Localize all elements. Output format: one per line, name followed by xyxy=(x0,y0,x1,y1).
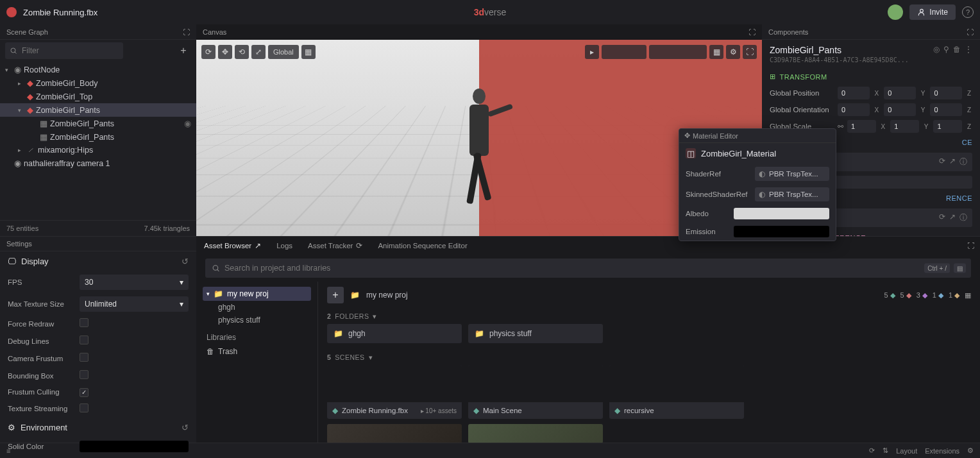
scale-x-input[interactable] xyxy=(847,120,876,133)
more-icon[interactable]: ⋮ xyxy=(965,45,972,54)
orient-x-input[interactable] xyxy=(838,103,870,116)
status-icon[interactable]: ≡ xyxy=(6,447,10,455)
refresh-button[interactable]: ⟳ xyxy=(201,45,215,59)
tree-node-camera[interactable]: ◉nathalieraffray camera 1 xyxy=(0,157,196,170)
refresh-icon[interactable]: ⟳ xyxy=(939,212,945,223)
tab-asset-tracker[interactable]: Asset Tracker⟳ xyxy=(305,239,365,252)
scene-card[interactable] xyxy=(327,424,462,443)
eye-icon[interactable]: ◉ xyxy=(14,65,21,74)
rotate-button[interactable]: ⟲ xyxy=(235,45,249,59)
pin-icon[interactable]: ⚲ xyxy=(943,45,949,54)
scale-y-input[interactable] xyxy=(890,120,919,133)
settings-icon[interactable]: ⚙ xyxy=(967,446,974,455)
tree-node-top[interactable]: ◆ZombieGirl_Top xyxy=(0,90,196,103)
orient-z-input[interactable] xyxy=(930,103,962,116)
pos-x-input[interactable] xyxy=(838,87,870,99)
tree-node-pants[interactable]: ▾◆ZombieGirl_Pants xyxy=(0,103,196,117)
max-tex-select[interactable]: Unlimited▾ xyxy=(80,296,189,312)
move-button[interactable]: ✥ xyxy=(218,45,232,59)
texture-streaming-checkbox[interactable] xyxy=(80,403,89,412)
browser-tree-ghgh[interactable]: ghgh xyxy=(203,301,311,314)
fps-select[interactable]: 30▾ xyxy=(80,275,189,290)
delete-icon[interactable]: 🗑 xyxy=(953,45,961,54)
add-entity-button[interactable]: + xyxy=(176,43,191,58)
filter-icon[interactable]: ▤ xyxy=(954,264,966,273)
camera-frustum-checkbox[interactable] xyxy=(80,353,89,362)
scale-z-input[interactable] xyxy=(933,120,962,133)
open-icon[interactable]: ↗ xyxy=(949,157,956,167)
view-button[interactable]: ▸ xyxy=(585,45,599,59)
filter-input[interactable] xyxy=(5,42,123,59)
display-section[interactable]: Display xyxy=(21,257,49,266)
material-editor-popup[interactable]: ✥Material Editor ◫ZombieGirl_Material Sh… xyxy=(679,128,836,241)
albedo-color[interactable] xyxy=(734,208,829,219)
skinned-shader-value[interactable]: ◐PBR TrspTex... xyxy=(755,187,829,201)
pos-y-input[interactable] xyxy=(884,87,916,99)
browser-tree-physics[interactable]: physics stuff xyxy=(203,314,311,327)
extensions-button[interactable]: Extensions xyxy=(925,447,959,455)
tree-node-root[interactable]: ▾◉RootNode xyxy=(0,63,196,76)
tab-logs[interactable]: Logs xyxy=(274,240,295,251)
tree-node-body[interactable]: ▸◆ZombieGirl_Body xyxy=(0,76,196,90)
panel-maximize-icon[interactable]: ⛶ xyxy=(967,242,975,250)
layout-button[interactable]: Layout xyxy=(896,447,917,455)
browser-tree-libraries[interactable]: Libraries xyxy=(203,327,311,344)
move-icon[interactable]: ✥ xyxy=(684,131,690,140)
scene-card-zombie[interactable]: ◆Zombie Running.fbx▸ 10+ assets xyxy=(327,365,462,419)
reset-icon[interactable]: ↺ xyxy=(182,257,189,266)
grid-button[interactable]: ▦ xyxy=(709,45,723,59)
snap-button[interactable]: ▦ xyxy=(301,45,316,59)
reset-icon[interactable]: ↺ xyxy=(182,423,189,432)
add-asset-button[interactable]: + xyxy=(327,287,344,303)
frustum-culling-checkbox[interactable] xyxy=(80,388,89,397)
link-icon[interactable]: ⚯ xyxy=(838,123,843,131)
refresh-icon[interactable]: ⟳ xyxy=(939,157,945,167)
panel-maximize-icon[interactable]: ⛶ xyxy=(183,28,190,36)
scene-card-recursive[interactable]: ◆recursive xyxy=(609,365,744,419)
tab-animation-editor[interactable]: Animation Sequence Editor xyxy=(375,240,469,251)
help-icon[interactable]: ? xyxy=(962,6,974,18)
tree-node-hips[interactable]: ▸⟋mixamorig:Hips xyxy=(0,144,196,157)
fullscreen-button[interactable]: ⛶ xyxy=(743,45,757,59)
solid-color-picker[interactable] xyxy=(80,441,189,452)
target-icon[interactable]: ◎ xyxy=(933,45,940,54)
info-icon[interactable]: ⓘ xyxy=(959,157,967,167)
refresh-icon[interactable]: ⟳ xyxy=(869,446,875,455)
bounding-box-checkbox[interactable] xyxy=(80,370,89,379)
eye-icon[interactable]: ◉ xyxy=(184,119,191,128)
grid-view-icon[interactable]: ▦ xyxy=(965,291,971,300)
browser-tree-project[interactable]: ▾📁my new proj xyxy=(203,287,311,301)
folder-physics[interactable]: 📁physics stuff xyxy=(468,324,603,343)
camera-button[interactable] xyxy=(649,45,707,59)
tab-asset-browser[interactable]: Asset Browser↗ xyxy=(201,239,264,252)
scene-card[interactable] xyxy=(468,424,603,443)
debug-lines-checkbox[interactable] xyxy=(80,335,89,344)
emission-color[interactable] xyxy=(734,226,829,237)
environment-section[interactable]: Environment xyxy=(21,423,67,432)
viewport[interactable]: ⟳ ✥ ⟲ ⤢ Global ▦ ▸ ▦ ⚙ ⛶ xyxy=(196,40,762,236)
tree-node-pants-mesh[interactable]: ▦ZombieGirl_Pants xyxy=(0,130,196,144)
browser-search-input[interactable] xyxy=(205,259,971,278)
chevron-down-icon[interactable]: ▾ xyxy=(369,353,373,361)
view-mode-button[interactable] xyxy=(602,45,646,59)
folder-ghgh[interactable]: 📁ghgh xyxy=(327,324,462,343)
global-toggle[interactable]: Global xyxy=(268,45,299,59)
scene-card-main[interactable]: ◆Main Scene xyxy=(468,365,603,419)
user-avatar[interactable] xyxy=(888,4,903,20)
panel-maximize-icon[interactable]: ⛶ xyxy=(967,28,974,36)
open-icon[interactable]: ↗ xyxy=(949,212,956,223)
shader-ref-value[interactable]: ◐PBR TrspTex... xyxy=(755,167,829,181)
invite-button[interactable]: Invite xyxy=(909,4,956,20)
tree-node-pants-mesh[interactable]: ▦ZombieGirl_Pants◉ xyxy=(0,117,196,130)
scale-button[interactable]: ⤢ xyxy=(251,45,266,59)
chevron-down-icon[interactable]: ▾ xyxy=(373,312,377,320)
sync-icon[interactable]: ⇅ xyxy=(883,446,888,455)
settings-button[interactable]: ⚙ xyxy=(726,45,740,59)
force-redraw-checkbox[interactable] xyxy=(80,318,89,327)
breadcrumb[interactable]: my new proj xyxy=(366,291,408,300)
orient-y-input[interactable] xyxy=(884,103,916,116)
panel-maximize-icon[interactable]: ⛶ xyxy=(748,28,756,36)
info-icon[interactable]: ⓘ xyxy=(959,212,967,223)
app-logo[interactable] xyxy=(6,7,17,17)
browser-tree-trash[interactable]: 🗑Trash xyxy=(203,344,311,359)
